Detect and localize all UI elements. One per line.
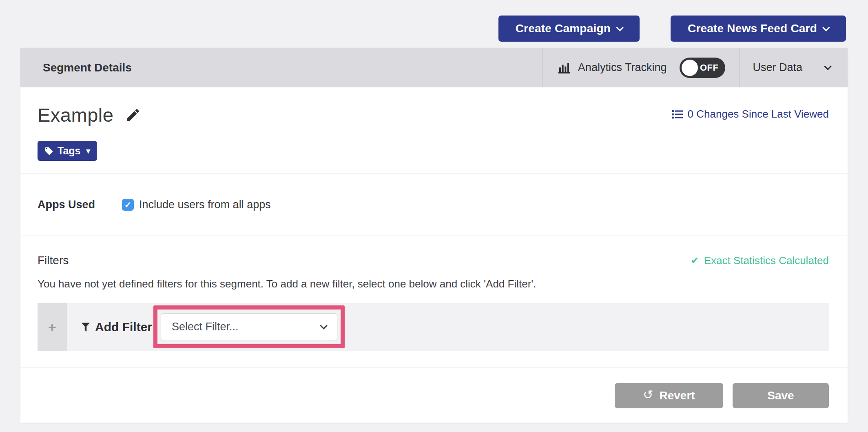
tag-icon [44, 147, 53, 156]
include-all-apps-label: Include users from all apps [139, 198, 271, 211]
chevron-down-icon [822, 24, 830, 31]
page: Create Campaign Create News Feed Card Se… [0, 0, 868, 432]
tags-button[interactable]: Tags ▾ [38, 141, 97, 161]
segment-name-heading: Example [38, 104, 113, 126]
select-filter-placeholder: Select Filter... [172, 321, 239, 333]
create-news-feed-card-button[interactable]: Create News Feed Card [671, 16, 846, 42]
card-header-right: Analytics Tracking OFF User Data [542, 48, 848, 87]
funnel-icon [82, 323, 90, 332]
chevron-down-icon [616, 24, 623, 31]
user-data-label: User Data [753, 61, 802, 74]
checkmark-icon: ✓ [124, 200, 132, 210]
page-title: Segment Details [43, 61, 132, 74]
revert-label: Revert [659, 389, 695, 402]
card-header: Segment Details Analytics Tracking OFF [20, 48, 848, 87]
pencil-icon [125, 107, 141, 123]
filters-heading: Filters [38, 254, 69, 267]
include-all-apps-checkbox[interactable]: ✓ [122, 199, 134, 211]
analytics-tracking-toggle[interactable]: OFF [680, 58, 725, 78]
segment-name-section: Example Tags ▾ [20, 87, 848, 174]
revert-button[interactable]: ↺ Revert [615, 383, 723, 408]
chevron-down-icon [320, 322, 327, 329]
add-filter-button[interactable]: Add Filter [82, 320, 152, 334]
analytics-tracking-label: Analytics Tracking [578, 61, 667, 74]
chevron-down-icon [824, 62, 831, 70]
check-icon: ✔ [691, 255, 699, 266]
add-filter-row: + Add Filter Select Filter... [38, 303, 829, 351]
toggle-knob [682, 60, 698, 76]
apps-used-label: Apps Used [38, 198, 95, 211]
changes-link-label: 0 Changes Since Last Viewed [688, 108, 829, 120]
list-icon [672, 110, 683, 119]
create-campaign-label: Create Campaign [516, 22, 611, 35]
apps-used-section: Apps Used ✓ Include users from all apps [20, 174, 848, 236]
create-campaign-button[interactable]: Create Campaign [498, 16, 640, 42]
exact-statistics-label: Exact Statistics Calculated [704, 254, 829, 267]
exact-statistics-status: ✔ Exact Statistics Calculated [691, 254, 829, 267]
select-filter-dropdown[interactable]: Select Filter... [161, 313, 337, 341]
filters-empty-message: You have not yet defined filters for thi… [38, 278, 829, 290]
add-filter-label: Add Filter [95, 320, 152, 334]
bar-chart-icon [558, 62, 571, 73]
user-data-dropdown[interactable]: User Data [740, 48, 848, 87]
tags-button-label: Tags [58, 145, 81, 157]
create-news-feed-label: Create News Feed Card [688, 22, 817, 35]
annotation-highlight-box: Select Filter... [153, 305, 345, 348]
edit-name-button[interactable] [125, 107, 141, 123]
undo-icon: ↺ [643, 387, 653, 402]
save-label: Save [767, 389, 794, 402]
caret-down-icon: ▾ [86, 146, 90, 156]
add-filter-plus-button[interactable]: + [38, 303, 67, 351]
save-button[interactable]: Save [733, 383, 829, 408]
segment-details-card: Segment Details Analytics Tracking OFF [20, 48, 848, 423]
toggle-state-label: OFF [700, 62, 719, 73]
filters-section: Filters ✔ Exact Statistics Calculated Yo… [20, 236, 848, 367]
plus-icon: + [48, 319, 56, 335]
changes-since-last-viewed-link[interactable]: 0 Changes Since Last Viewed [672, 108, 829, 120]
analytics-tracking: Analytics Tracking OFF [543, 48, 740, 87]
top-action-bar: Create Campaign Create News Feed Card [498, 16, 846, 42]
card-footer: ↺ Revert Save [20, 367, 848, 423]
filters-header: Filters ✔ Exact Statistics Calculated [38, 254, 829, 267]
